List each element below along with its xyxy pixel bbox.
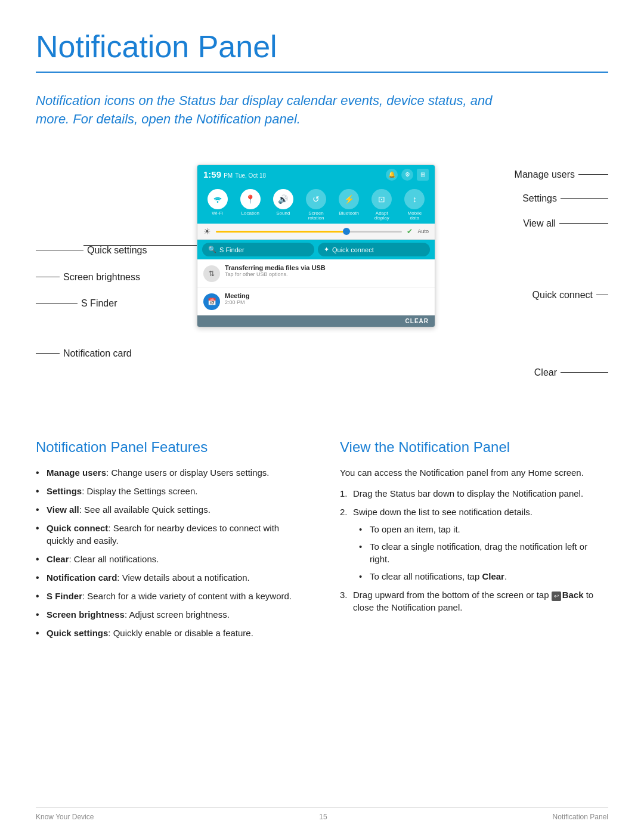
adapt-display-icon: ⊡ xyxy=(371,189,392,209)
list-item: Clear: Clear all notifications. xyxy=(36,553,304,565)
callout-line-manage-users xyxy=(578,174,608,175)
bottom-sections: Notification Panel Features Manage users… xyxy=(36,439,608,645)
feature-term-notif-card: Notification card xyxy=(47,572,117,583)
callout-manage-users: Manage users xyxy=(515,169,608,180)
brightness-thumb xyxy=(343,228,350,235)
sub-bullet-2: To clear a single notification, drag the… xyxy=(370,541,587,564)
callout-line-clear xyxy=(561,372,608,373)
feature-term-settings: Settings xyxy=(47,486,82,496)
callout-line-qs-extend xyxy=(83,245,197,246)
view-panel-section: View the Notification Panel You can acce… xyxy=(340,439,608,645)
quick-connect-callout-label: Quick connect xyxy=(532,290,593,301)
qs-sound: 🔊 Sound xyxy=(273,189,293,222)
callout-quick-connect: Quick connect xyxy=(532,290,608,301)
screen-brightness-callout-label: Screen brightness xyxy=(63,272,140,283)
auto-check-icon: ✔ xyxy=(407,227,413,236)
back-bold: Back xyxy=(562,590,584,600)
page-subtitle: Notification icons on the Status bar dis… xyxy=(36,92,525,129)
sfinder-callout-label: S Finder xyxy=(81,298,117,309)
callout-line-settings xyxy=(561,198,608,199)
view-panel-title: View the Notification Panel xyxy=(340,439,608,456)
brightness-row: ☀ ✔ Auto xyxy=(197,224,435,240)
step-1-text: Drag the Status bar down to display the … xyxy=(353,488,583,498)
sfinder-label: S Finder xyxy=(219,246,244,253)
manage-users-label: Manage users xyxy=(515,169,575,180)
quick-connect-icon: ✦ xyxy=(324,246,329,253)
clear-label: CLEAR xyxy=(405,318,429,324)
status-icons: 🔔 ⚙ ⊞ xyxy=(386,169,429,181)
meeting-notif-title: Meeting xyxy=(225,292,429,299)
feature-term-sfinder: S Finder xyxy=(47,591,82,601)
step-2-text: Swipe down the list to see notification … xyxy=(353,507,532,517)
list-item: To clear a single notification, drag the… xyxy=(359,540,608,565)
quick-settings-callout-label: Quick settings xyxy=(87,245,147,256)
notification-area: ⇅ Transferring media files via USB Tap f… xyxy=(197,259,435,315)
list-item: Swipe down the list to see notification … xyxy=(340,506,608,583)
list-item: To clear all notifications, tap Clear. xyxy=(359,570,608,583)
feature-term-clear: Clear xyxy=(47,554,69,564)
callout-view-all: View all xyxy=(523,218,608,229)
diagram-area: 1:59 PM Tue, Oct 18 🔔 ⚙ ⊞ xyxy=(36,153,608,403)
sound-icon: 🔊 xyxy=(273,189,293,209)
qs-location: 📍 Location xyxy=(240,189,261,222)
feature-desc-clear: : Clear all notifications. xyxy=(69,554,159,564)
footer-page: 15 xyxy=(319,813,327,821)
sub-bullet-1: To open an item, tap it. xyxy=(370,524,460,534)
view-panel-intro: You can access the Notification panel fr… xyxy=(340,466,608,479)
meeting-notification: 📅 Meeting 2:00 PM xyxy=(197,287,435,315)
feature-desc-sfinder: : Search for a wide variety of content w… xyxy=(82,591,292,601)
features-section: Notification Panel Features Manage users… xyxy=(36,439,304,645)
meeting-icon: 📅 xyxy=(203,293,220,310)
notification-card-callout-label: Notification card xyxy=(63,348,132,359)
usb-notif-title: Transferring media files via USB xyxy=(225,264,429,271)
clear-bold: Clear xyxy=(482,571,504,581)
quick-connect-label: Quick connect xyxy=(332,246,374,253)
callout-settings: Settings xyxy=(522,193,608,204)
qs-rotation: ↺ Screenrotation xyxy=(306,189,326,222)
qs-bluetooth: ⚡ Bluetooth xyxy=(339,189,359,222)
auto-label: Auto xyxy=(417,228,429,234)
bluetooth-icon: ⚡ xyxy=(339,189,359,209)
title-divider xyxy=(36,72,608,73)
list-item: Quick connect: Search for nearby devices… xyxy=(36,522,304,547)
gear-icon: ⚙ xyxy=(401,169,413,181)
callout-line-quick-settings xyxy=(36,250,83,250)
settings-label: Settings xyxy=(522,193,557,204)
footer-left: Know Your Device xyxy=(36,813,94,821)
feature-term-brightness: Screen brightness xyxy=(47,609,125,620)
clear-bar: CLEAR xyxy=(197,315,435,327)
step-3-text: Drag upward from the bottom of the scree… xyxy=(353,590,593,612)
quick-connect-button[interactable]: ✦ Quick connect xyxy=(318,243,430,256)
sfinder-row: 🔍 S Finder ✦ Quick connect xyxy=(197,240,435,259)
list-item: Settings: Display the Settings screen. xyxy=(36,485,304,497)
callout-quick-settings: Quick settings xyxy=(36,245,147,256)
usb-icon: ⇅ xyxy=(203,265,220,282)
search-icon: 🔍 xyxy=(208,246,216,253)
feature-term-quick-connect: Quick connect xyxy=(47,523,108,533)
page-title: Notification Panel xyxy=(36,29,608,64)
svg-point-0 xyxy=(216,201,218,203)
feature-term-quick-settings: Quick settings xyxy=(47,628,108,638)
usb-notification: ⇅ Transferring media files via USB Tap f… xyxy=(197,259,435,287)
list-item: Notification card: View details about a … xyxy=(36,571,304,584)
feature-desc-notif-card: : View details about a notification. xyxy=(117,572,249,583)
sfinder-button[interactable]: 🔍 S Finder xyxy=(202,243,314,256)
callout-line-notif-card xyxy=(36,353,60,354)
usb-notif-sub: Tap for other USB options. xyxy=(225,271,429,277)
usb-notif-content: Transferring media files via USB Tap for… xyxy=(225,264,429,277)
brightness-icon: ☀ xyxy=(203,227,211,236)
feature-term-manage-users: Manage users xyxy=(47,467,106,478)
sub-bullet-3: To clear all notifications, tap Clear. xyxy=(370,571,507,581)
phone-mockup: 1:59 PM Tue, Oct 18 🔔 ⚙ ⊞ xyxy=(197,165,435,328)
step-2-subbullets: To open an item, tap it. To clear a sing… xyxy=(353,523,608,583)
mobile-data-icon: ↕ xyxy=(404,189,425,209)
brightness-slider xyxy=(216,231,402,233)
status-bar: 1:59 PM Tue, Oct 18 🔔 ⚙ ⊞ xyxy=(197,165,435,184)
list-item: Screen brightness: Adjust screen brightn… xyxy=(36,608,304,621)
list-item: Manage users: Change users or display Us… xyxy=(36,466,304,479)
callout-line-sfinder xyxy=(36,303,78,304)
status-time: 1:59 PM xyxy=(203,169,233,179)
location-icon: 📍 xyxy=(240,189,261,209)
callout-sfinder: S Finder xyxy=(36,298,117,309)
feature-desc-manage-users: : Change users or display Users settings… xyxy=(106,467,269,478)
